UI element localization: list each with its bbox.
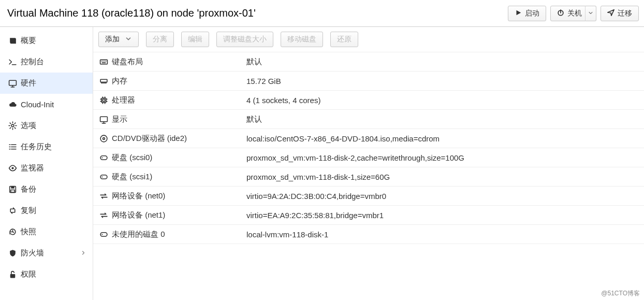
hardware-row-name: 网络设备 (net1) bbox=[112, 210, 246, 220]
move-button-label: 移动磁盘 bbox=[287, 35, 316, 44]
sidebar-item-monitor[interactable]: 监视器 bbox=[0, 158, 93, 179]
page-title: Virtual Machine 118 (oracle118) on node … bbox=[7, 7, 256, 19]
sidebar-item-label: 备份 bbox=[21, 184, 86, 194]
sidebar-item-label: Cloud-Init bbox=[21, 100, 86, 109]
watermark: @51CTO博客 bbox=[601, 289, 640, 298]
hardware-row[interactable]: 内存15.72 GiB bbox=[93, 72, 644, 91]
chevron-down-icon bbox=[125, 35, 132, 44]
start-button[interactable]: 启动 bbox=[508, 6, 546, 21]
hardware-row[interactable]: 硬盘 (scsi1)proxmox_sd_vm:vm-118-disk-1,si… bbox=[93, 167, 644, 187]
sidebar-item-label: 硬件 bbox=[21, 78, 86, 88]
sidebar-item-hardware[interactable]: 硬件 bbox=[0, 73, 93, 94]
revert-button[interactable]: 还原 bbox=[330, 32, 358, 47]
hardware-row-value: virtio=EA:A9:2C:35:58:81,bridge=vmbr1 bbox=[246, 211, 642, 220]
hdd-icon bbox=[95, 230, 112, 239]
sidebar-item-label: 快照 bbox=[21, 227, 86, 237]
sidebar-item-replication[interactable]: 复制 bbox=[0, 200, 93, 221]
resize-button-label: 调整磁盘大小 bbox=[223, 35, 267, 44]
edit-button-label: 编辑 bbox=[188, 35, 202, 44]
hardware-row-name: 内存 bbox=[112, 76, 246, 86]
hardware-row-name: 硬盘 (scsi1) bbox=[112, 172, 246, 182]
net-icon bbox=[95, 211, 112, 220]
sidebar: 概要 控制台 硬件 Cloud-Init 选项 任务历史 监视器 备份 bbox=[0, 27, 93, 300]
book-icon bbox=[8, 36, 21, 45]
sidebar-item-label: 防火墙 bbox=[21, 248, 80, 258]
desktop-icon bbox=[8, 79, 21, 88]
power-icon bbox=[557, 9, 564, 18]
unlock-icon bbox=[8, 270, 21, 279]
sidebar-item-backup[interactable]: 备份 bbox=[0, 179, 93, 200]
edit-button[interactable]: 编辑 bbox=[181, 32, 209, 47]
hardware-row[interactable]: 网络设备 (net1)virtio=EA:A9:2C:35:58:81,brid… bbox=[93, 206, 644, 225]
terminal-icon bbox=[8, 58, 21, 66]
hdd-icon bbox=[95, 173, 112, 181]
list-icon bbox=[8, 142, 21, 151]
hardware-row-name: 硬盘 (scsi0) bbox=[112, 153, 246, 163]
hardware-row-value: virtio=9A:2A:DC:3B:00:C4,bridge=vmbr0 bbox=[246, 192, 642, 201]
hardware-row[interactable]: 显示默认 bbox=[93, 110, 644, 129]
hardware-row-value: 默认 bbox=[246, 115, 642, 124]
sidebar-item-snapshot[interactable]: 快照 bbox=[0, 221, 93, 242]
cpu-icon bbox=[95, 96, 112, 105]
hardware-row-value: 4 (1 sockets, 4 cores) bbox=[246, 96, 642, 105]
revert-button-label: 还原 bbox=[337, 35, 352, 44]
hardware-row-name: 显示 bbox=[112, 115, 246, 124]
hardware-toolbar: 添加 分离 编辑 调整磁盘大小 移动磁盘 还原 bbox=[93, 27, 644, 52]
migrate-button[interactable]: 迁移 bbox=[601, 6, 639, 21]
hardware-row[interactable]: CD/DVD驱动器 (ide2)local:iso/CentOS-7-x86_6… bbox=[93, 129, 644, 148]
hardware-row-name: 网络设备 (net0) bbox=[112, 191, 246, 201]
add-button[interactable]: 添加 bbox=[98, 32, 139, 47]
hardware-row-value: proxmox_sd_vm:vm-118-disk-1,size=60G bbox=[246, 173, 642, 181]
hardware-row[interactable]: 未使用的磁盘 0local-lvm:vm-118-disk-1 bbox=[93, 225, 644, 244]
hardware-row[interactable]: 网络设备 (net0)virtio=9A:2A:DC:3B:00:C4,brid… bbox=[93, 187, 644, 206]
sidebar-item-label: 选项 bbox=[21, 121, 86, 131]
start-button-label: 启动 bbox=[525, 9, 539, 18]
move-button[interactable]: 移动磁盘 bbox=[281, 32, 323, 47]
sidebar-item-firewall[interactable]: 防火墙 bbox=[0, 242, 93, 264]
memory-icon bbox=[95, 77, 112, 85]
plane-icon bbox=[607, 9, 614, 18]
hardware-row[interactable]: 键盘布局默认 bbox=[93, 52, 644, 72]
hardware-grid: 键盘布局默认内存15.72 GiB处理器4 (1 sockets, 4 core… bbox=[93, 52, 644, 244]
shutdown-button-label: 关机 bbox=[567, 9, 582, 18]
hardware-row[interactable]: 硬盘 (scsi0)proxmox_sd_vm:vm-118-disk-2,ca… bbox=[93, 148, 644, 167]
detach-button-label: 分离 bbox=[153, 35, 167, 44]
hdd-icon bbox=[95, 153, 112, 162]
history-icon bbox=[8, 227, 21, 236]
sidebar-item-label: 任务历史 bbox=[21, 142, 86, 152]
migrate-button-label: 迁移 bbox=[618, 9, 632, 18]
play-icon bbox=[515, 9, 522, 18]
disc-icon bbox=[95, 134, 112, 143]
hardware-row-name: CD/DVD驱动器 (ide2) bbox=[112, 134, 246, 144]
display-icon bbox=[95, 115, 112, 124]
resize-button[interactable]: 调整磁盘大小 bbox=[216, 32, 273, 47]
sidebar-item-options[interactable]: 选项 bbox=[0, 115, 93, 136]
save-icon bbox=[8, 185, 21, 194]
hardware-row-value: proxmox_sd_vm:vm-118-disk-2,cache=writet… bbox=[246, 153, 642, 162]
sidebar-item-label: 概要 bbox=[21, 36, 86, 46]
sidebar-item-label: 监视器 bbox=[21, 163, 86, 173]
cloud-icon bbox=[8, 100, 21, 109]
add-button-label: 添加 bbox=[105, 35, 120, 44]
sidebar-item-console[interactable]: 控制台 bbox=[0, 51, 93, 73]
shutdown-dropdown[interactable] bbox=[585, 6, 596, 21]
sidebar-item-taskhistory[interactable]: 任务历史 bbox=[0, 136, 93, 158]
gear-icon bbox=[8, 121, 21, 130]
sidebar-item-summary[interactable]: 概要 bbox=[0, 30, 93, 51]
hardware-row-value: local:iso/CentOS-7-x86_64-DVD-1804.iso,m… bbox=[246, 134, 642, 143]
net-icon bbox=[95, 192, 112, 201]
hardware-row-name: 键盘布局 bbox=[112, 57, 246, 67]
sidebar-item-permissions[interactable]: 权限 bbox=[0, 264, 93, 285]
detach-button[interactable]: 分离 bbox=[146, 32, 174, 47]
sidebar-item-label: 控制台 bbox=[21, 57, 86, 67]
sidebar-item-cloudinit[interactable]: Cloud-Init bbox=[0, 94, 93, 115]
hardware-row-value: 15.72 GiB bbox=[246, 77, 642, 85]
shutdown-button[interactable]: 关机 bbox=[550, 6, 586, 21]
hardware-row-value: 默认 bbox=[246, 57, 642, 67]
hardware-row-name: 处理器 bbox=[112, 95, 246, 105]
hardware-row[interactable]: 处理器4 (1 sockets, 4 cores) bbox=[93, 91, 644, 110]
shield-icon bbox=[8, 249, 21, 258]
chevron-down-icon bbox=[588, 9, 594, 18]
sidebar-item-label: 复制 bbox=[21, 206, 86, 216]
eye-icon bbox=[8, 164, 21, 173]
